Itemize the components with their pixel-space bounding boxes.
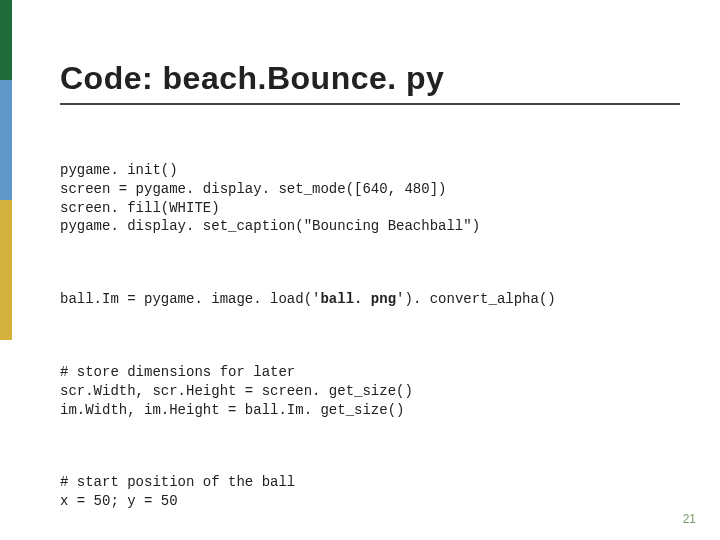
slide: Code: beach.Bounce. py pygame. init() sc… bbox=[0, 0, 720, 540]
code-para-1: pygame. init() screen = pygame. display.… bbox=[60, 161, 680, 237]
code-block: pygame. init() screen = pygame. display.… bbox=[60, 123, 680, 540]
slide-title: Code: beach.Bounce. py bbox=[60, 60, 680, 97]
stripe-segment-yellow bbox=[0, 200, 12, 340]
page-number: 21 bbox=[683, 512, 696, 526]
code-para-4: # start position of the ball x = 50; y =… bbox=[60, 473, 680, 511]
code-para-3: # store dimensions for later scr.Width, … bbox=[60, 363, 680, 420]
title-rule bbox=[60, 103, 680, 105]
stripe-segment-blue bbox=[0, 80, 12, 200]
stripe-segment-white bbox=[0, 340, 12, 540]
stripe-segment-green bbox=[0, 0, 12, 80]
left-accent-stripe bbox=[0, 0, 12, 540]
code-span-post: '). convert_alpha() bbox=[396, 291, 556, 307]
code-span-pre: ball.Im = pygame. image. load(' bbox=[60, 291, 320, 307]
slide-content: Code: beach.Bounce. py pygame. init() sc… bbox=[60, 60, 680, 540]
code-para-2: ball.Im = pygame. image. load('ball. png… bbox=[60, 290, 680, 309]
code-span-bold: ball. png bbox=[320, 291, 396, 307]
